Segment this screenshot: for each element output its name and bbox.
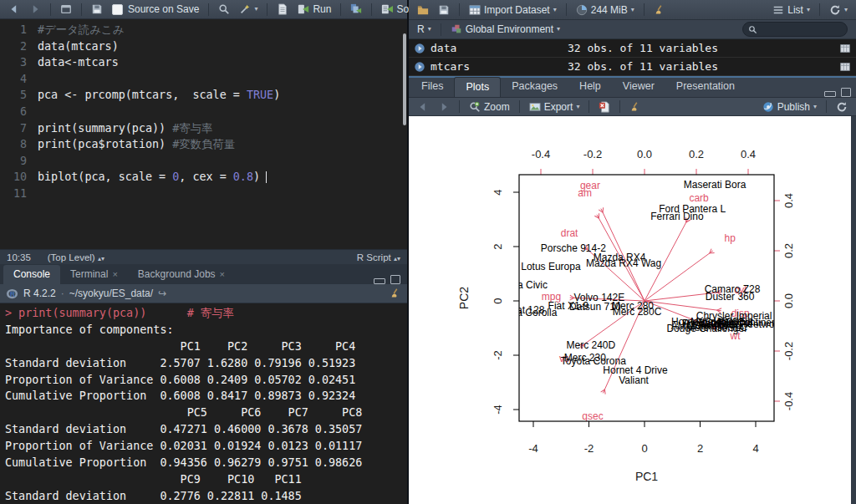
svg-text:4: 4 [492, 189, 504, 195]
publish-button[interactable]: Publish▾ [759, 100, 820, 114]
editor-toolbar: Source on Save ▾ Run Source▾ [0, 0, 407, 19]
svg-text:Lotus Europa: Lotus Europa [521, 261, 581, 272]
goto-directory-icon[interactable]: ↪ [158, 288, 166, 299]
import-dataset-button[interactable]: Import Dataset▾ [466, 3, 560, 17]
close-icon[interactable]: × [220, 269, 225, 279]
line-number: 1 [0, 22, 38, 38]
open-in-new-window-button[interactable] [57, 3, 75, 16]
console-tab-terminal[interactable]: Terminal× [60, 265, 128, 284]
rerun-button[interactable] [347, 3, 365, 16]
console-tab-background-jobs[interactable]: Background Jobs× [128, 265, 235, 284]
list-view-label: List [787, 4, 803, 16]
line-number: 6 [0, 104, 38, 120]
source-on-save-checkbox[interactable]: Source on Save [109, 3, 202, 16]
code-text: print(summary(pca)) #寄与率 [38, 120, 212, 137]
console-output[interactable]: > print(summary(pca)) # 寄与率Importance of… [0, 303, 407, 504]
editor-line[interactable]: 4 [0, 71, 407, 88]
back-button[interactable] [5, 3, 23, 16]
tab-presentation[interactable]: Presentation [665, 77, 746, 97]
clear-console-broom-icon[interactable] [390, 288, 401, 299]
run-button[interactable]: Run [294, 3, 334, 16]
environment-entry-data[interactable]: data32 obs. of 11 variables [409, 39, 856, 58]
minimize-icon[interactable] [374, 278, 385, 284]
source-on-save-label: Source on Save [128, 3, 199, 15]
environment-entry-mtcars[interactable]: mtcars32 obs. of 11 variables [409, 58, 856, 76]
zoom-label: Zoom [484, 101, 510, 113]
environment-search-input[interactable] [761, 23, 842, 35]
code-text: print(pca$rotation) #変数負荷量 [38, 136, 235, 153]
checkbox-icon [112, 4, 123, 15]
maximize-icon[interactable] [841, 88, 851, 97]
working-directory[interactable]: ~/syokyu/ES_data/ [69, 288, 153, 299]
svg-text:4: 4 [752, 442, 758, 455]
editor-line[interactable]: 5pca <- prcomp(mtcars, scale = TRUE) [0, 87, 407, 104]
editor-line[interactable]: 3data<-mtcars [0, 54, 407, 71]
view-table-icon[interactable] [839, 43, 851, 54]
object-name: data [431, 42, 563, 54]
environment-selector[interactable]: Global Environment▾ [447, 23, 563, 36]
editor-line[interactable]: 7print(summary(pca)) #寄与率 [0, 120, 407, 137]
editor-line[interactable]: 9 [0, 153, 407, 170]
console-output-line: PC1 PC2 PC3 PC4 [5, 339, 407, 355]
code-text: data(mtcars) [38, 38, 119, 55]
forward-button[interactable] [26, 3, 44, 16]
output-pane-tabbar: FilesPlotsPackagesHelpViewerPresentation [409, 78, 856, 98]
refresh-plot-button[interactable] [833, 100, 851, 114]
load-workspace-button[interactable] [414, 3, 432, 17]
memory-usage-button[interactable]: 244 MiB▾ [573, 3, 638, 17]
editor-scrollbar[interactable] [403, 33, 406, 125]
svg-text:Merc 280C: Merc 280C [613, 306, 662, 318]
list-view-button[interactable]: List▾ [769, 3, 813, 17]
environment-search[interactable] [742, 22, 848, 37]
editor-line[interactable]: 11 [0, 186, 407, 202]
code-tools-button[interactable]: ▾ [236, 3, 261, 16]
editor-line[interactable]: 8print(pca$rotation) #変数負荷量 [0, 136, 407, 153]
compile-report-button[interactable] [273, 3, 292, 16]
line-number: 2 [0, 38, 38, 55]
code-text: #データ読みこみ [38, 22, 124, 38]
tab-files[interactable]: Files [410, 77, 454, 97]
refresh-environment-button[interactable]: ▾ [826, 3, 851, 17]
save-button[interactable] [88, 3, 106, 16]
language-selector[interactable]: R▾ [414, 23, 435, 36]
clear-environment-broom-icon[interactable] [650, 3, 669, 17]
svg-text:0: 0 [641, 442, 647, 455]
clear-plots-broom-icon[interactable] [626, 100, 645, 114]
console-tab-console[interactable]: Console [3, 265, 60, 284]
svg-text:qsec: qsec [582, 410, 603, 422]
maximize-icon[interactable] [390, 275, 400, 284]
tab-help[interactable]: Help [568, 77, 612, 97]
save-workspace-button[interactable] [435, 3, 453, 17]
previous-plot-button[interactable] [414, 100, 432, 114]
tab-viewer[interactable]: Viewer [612, 77, 665, 97]
source-editor[interactable]: 1#データ読みこみ2data(mtcars)3data<-mtcars45pca… [0, 19, 407, 249]
console-output-line: Standard deviation 0.47271 0.46000 0.367… [5, 421, 407, 438]
close-icon[interactable]: × [112, 269, 117, 279]
expand-icon[interactable] [414, 61, 425, 73]
editor-line[interactable]: 2data(mtcars) [0, 38, 407, 55]
plots-toolbar: Zoom Export▾ Publish▾ [409, 98, 856, 116]
expand-icon[interactable] [414, 43, 425, 54]
svg-text:-0.4: -0.4 [782, 392, 795, 410]
find-button[interactable] [215, 3, 233, 16]
svg-text:Volvo 142E: Volvo 142E [573, 292, 624, 303]
svg-text:0.0: 0.0 [637, 148, 652, 160]
editor-line[interactable]: 10biplot(pca, scale = 0, cex = 0.8) [0, 169, 407, 186]
svg-text:Camaro Z28: Camaro Z28 [705, 283, 761, 295]
code-text: data<-mtcars [38, 54, 119, 71]
r-logo-icon [6, 288, 18, 300]
export-plot-button[interactable]: Export▾ [526, 100, 583, 114]
editor-line[interactable]: 1#データ読みこみ [0, 22, 407, 38]
remove-plot-button[interactable] [595, 100, 614, 114]
view-table-icon[interactable] [839, 61, 851, 73]
tab-plots[interactable]: Plots [454, 77, 501, 97]
zoom-plot-button[interactable]: Zoom [466, 100, 513, 114]
next-plot-button[interactable] [435, 100, 453, 114]
editor-line[interactable]: 6 [0, 104, 407, 120]
scope-selector[interactable]: (Top Level) ▴▾ [48, 252, 104, 262]
svg-text:0.0: 0.0 [782, 293, 795, 308]
code-text: pca <- prcomp(mtcars, scale = TRUE) [38, 87, 280, 104]
tab-packages[interactable]: Packages [501, 77, 568, 97]
doc-type-selector[interactable]: R Script ▴▾ [357, 252, 400, 262]
minimize-icon[interactable] [824, 91, 836, 97]
